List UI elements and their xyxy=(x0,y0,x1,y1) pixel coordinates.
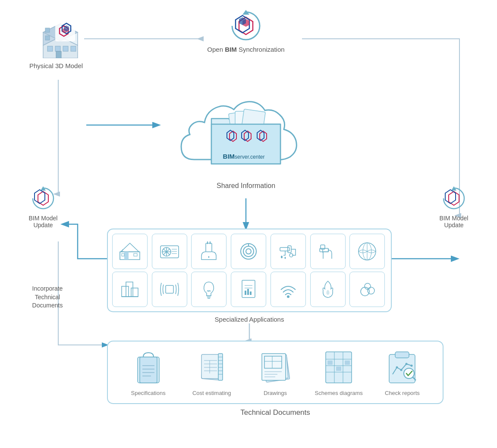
drawings-label: Drawings xyxy=(264,390,287,397)
svg-point-48 xyxy=(284,257,286,259)
specifications-label: Specifications xyxy=(131,390,165,397)
app-cell-water-supply xyxy=(271,234,306,269)
technical-docs-box: Specifications xyxy=(107,341,444,404)
svg-point-113 xyxy=(396,367,398,369)
incorporate-label: IncorporateTechnicalDocuments xyxy=(9,285,86,310)
bim-update-right-section: BIM ModelUpdate xyxy=(424,185,484,229)
svg-rect-56 xyxy=(126,282,133,297)
technical-docs-label: Technical Documents xyxy=(107,408,444,417)
tech-doc-check-reports: Check reports xyxy=(374,348,430,397)
cost-estimating-icon xyxy=(195,348,229,387)
schemes-icon xyxy=(321,348,356,387)
tech-doc-specifications: Specifications xyxy=(120,348,176,397)
cost-estimating-label: Cost estimating xyxy=(192,390,231,397)
app-cell-sanitary xyxy=(310,234,346,269)
svg-rect-4 xyxy=(47,46,53,51)
svg-rect-112 xyxy=(395,352,409,358)
svg-rect-23 xyxy=(134,254,137,256)
svg-rect-8 xyxy=(45,36,50,40)
schemes-label: Schemes diagrams xyxy=(315,390,363,397)
app-cell-structure xyxy=(112,272,148,307)
physical-model-label: Physical 3D Model xyxy=(17,62,95,69)
svg-rect-68 xyxy=(250,291,252,295)
svg-rect-9 xyxy=(45,28,50,32)
svg-rect-10 xyxy=(56,51,61,58)
svg-rect-6 xyxy=(63,46,68,51)
svg-marker-20 xyxy=(121,243,139,252)
svg-rect-109 xyxy=(336,367,341,371)
svg-point-69 xyxy=(287,295,289,298)
svg-rect-22 xyxy=(122,254,124,256)
svg-point-41 xyxy=(243,246,254,257)
bim-sync-icon xyxy=(229,9,263,43)
app-cell-hvac xyxy=(152,234,187,269)
svg-point-71 xyxy=(368,287,374,294)
bim-update-left-section: BIM ModelUpdate xyxy=(13,185,73,229)
bim-sync-section: Open BIM Synchronization xyxy=(198,9,293,53)
svg-rect-5 xyxy=(55,46,60,51)
svg-rect-59 xyxy=(166,285,173,293)
bim-update-right-label: BIM ModelUpdate xyxy=(424,215,484,229)
svg-text:BIMserver.center: BIMserver.center xyxy=(223,153,265,160)
tech-doc-drawings: Drawings xyxy=(247,348,303,397)
svg-rect-19 xyxy=(120,252,140,260)
app-cell-wifi xyxy=(271,272,306,307)
app-cell-architecture xyxy=(112,234,148,269)
technical-docs-section: Specifications xyxy=(107,341,444,417)
tech-doc-schemes: Schemes diagrams xyxy=(311,348,367,397)
check-reports-icon xyxy=(385,348,419,387)
check-reports-label: Check reports xyxy=(385,390,420,397)
svg-point-42 xyxy=(246,249,251,254)
apps-grid xyxy=(107,229,392,312)
building-icon xyxy=(26,9,86,60)
svg-point-115 xyxy=(406,363,408,365)
specialized-apps-label: Specialized Applications xyxy=(107,316,392,323)
app-cell-acoustics xyxy=(152,272,187,307)
bim-sync-label: Open BIM Synchronization xyxy=(198,46,293,53)
tech-doc-cost-estimating: Cost estimating xyxy=(184,348,240,397)
svg-rect-57 xyxy=(131,288,138,297)
diagram-container: Physical 3D Model Open BIM Synchronizati… xyxy=(0,0,497,448)
app-cell-lighting xyxy=(191,272,226,307)
svg-rect-110 xyxy=(345,360,350,365)
shared-info-section: BIMserver.center Shared Information xyxy=(160,73,332,190)
svg-rect-66 xyxy=(245,291,246,295)
app-cell-plumbing-ring xyxy=(231,234,266,269)
shared-info-label: Shared Information xyxy=(160,182,332,190)
svg-rect-108 xyxy=(327,360,333,365)
svg-point-114 xyxy=(400,369,403,371)
svg-rect-81 xyxy=(218,354,223,380)
svg-rect-21 xyxy=(124,252,129,260)
specialized-apps-section: Specialized Applications xyxy=(107,229,392,323)
bim-update-left-label: BIM ModelUpdate xyxy=(13,215,73,229)
app-cell-cost xyxy=(231,272,266,307)
svg-rect-80 xyxy=(201,354,220,379)
svg-rect-67 xyxy=(247,289,249,295)
svg-point-47 xyxy=(281,256,283,258)
svg-rect-36 xyxy=(206,243,212,252)
drawings-icon xyxy=(256,348,295,387)
svg-rect-7 xyxy=(71,46,76,51)
app-cell-urban xyxy=(349,234,385,269)
app-cell-fire xyxy=(310,272,346,307)
app-cell-gas xyxy=(349,272,385,307)
cloud-folder-icon: BIMserver.center xyxy=(160,73,332,179)
specifications-icon xyxy=(131,348,166,387)
physical-model-section: Physical 3D Model xyxy=(17,9,95,69)
svg-point-116 xyxy=(411,365,413,367)
svg-rect-55 xyxy=(122,286,129,297)
app-cell-electrical xyxy=(191,234,226,269)
svg-rect-74 xyxy=(140,357,157,383)
